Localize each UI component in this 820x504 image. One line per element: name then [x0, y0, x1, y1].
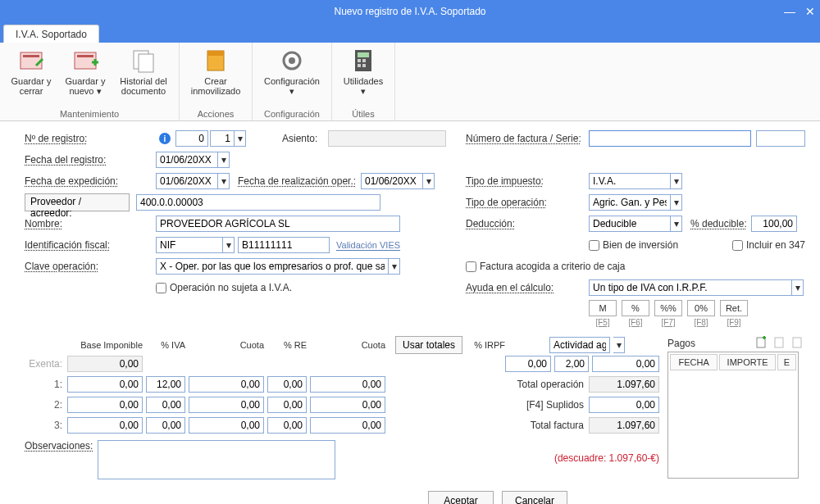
calendar-dropdown-icon[interactable]: ▾	[218, 152, 230, 168]
num-factura-field[interactable]	[589, 130, 751, 147]
calendar-dropdown-icon[interactable]: ▾	[218, 173, 230, 189]
nombre-field[interactable]	[156, 216, 400, 232]
col-base: Base Imponible	[71, 340, 146, 350]
ribbon-configuracion[interactable]: Configuración ▾	[259, 46, 325, 98]
serie-field[interactable]	[756, 130, 805, 147]
dropdown-icon[interactable]: ▾	[223, 237, 235, 253]
label-pct-deducible: % deducible:	[690, 218, 751, 229]
dropdown-icon[interactable]: ▾	[235, 130, 246, 147]
bien-inversion-checkbox[interactable]: Bien de inversión	[589, 239, 678, 251]
actividad-agr-field[interactable]	[549, 337, 610, 353]
label-total-operacion: Total operación	[494, 379, 584, 390]
validacion-vies-link[interactable]: Validación VIES	[336, 240, 400, 250]
fecha-expedicion-field[interactable]	[156, 173, 218, 189]
proveedor-codigo-field[interactable]	[136, 194, 380, 211]
dropdown-icon[interactable]: ▾	[671, 216, 682, 232]
label-suplidos: [F4] Suplidos	[494, 399, 584, 411]
r1-base[interactable]	[67, 376, 143, 393]
dropdown-icon[interactable]: ▾	[671, 173, 682, 189]
proveedor-button[interactable]: Proveedor / acreedor:	[25, 193, 130, 211]
svg-rect-5	[139, 54, 153, 72]
r1-piva[interactable]	[146, 376, 185, 393]
label-num-factura: Número de factura / Serie:	[466, 133, 589, 144]
label-tipo-operacion: Tipo de operación:	[466, 197, 589, 208]
r1-cuota-re[interactable]	[310, 376, 385, 393]
ident-fiscal-tipo[interactable]	[156, 237, 223, 253]
hint-f9: [F9]	[720, 318, 748, 327]
calc-pct-button[interactable]: %	[622, 300, 649, 316]
usar-totales-button[interactable]: Usar totales	[395, 336, 462, 354]
incluir-347-checkbox[interactable]: Incluir en 347	[732, 239, 805, 251]
info-icon[interactable]: i	[159, 133, 171, 144]
suplidos-value[interactable]	[589, 397, 659, 413]
save-new-icon	[72, 48, 98, 74]
calc-m-button[interactable]: M	[589, 300, 617, 316]
num-registro-a[interactable]	[175, 130, 208, 147]
svg-rect-7	[207, 51, 224, 56]
r3-cuota-re[interactable]	[310, 417, 385, 434]
col-cuota-iva: Cuota	[192, 340, 267, 350]
factura-caja-checkbox[interactable]: Factura acogida a criterio de caja	[466, 261, 625, 272]
close-icon[interactable]: ✕	[805, 5, 815, 18]
label-deduccion: Deducción:	[466, 218, 589, 229]
calc-pctpct-button[interactable]: %%	[654, 300, 682, 316]
num-registro-b[interactable]	[210, 130, 235, 147]
cancelar-button[interactable]: Cancelar	[502, 491, 567, 504]
calc-ret-button[interactable]: Ret.	[720, 300, 748, 316]
r1-pre[interactable]	[267, 376, 307, 393]
minimize-icon[interactable]: —	[784, 5, 795, 18]
r2-base[interactable]	[67, 397, 143, 413]
op-no-sujeta-checkbox[interactable]: Operación no sujeta a I.V.A.	[156, 282, 292, 293]
calc-0pct-button[interactable]: 0%	[687, 300, 715, 316]
save-close-icon	[18, 48, 44, 74]
ayuda-calculo-field[interactable]	[589, 279, 792, 296]
row-2-label: 2:	[25, 399, 67, 411]
ribbon-guardar-nuevo[interactable]: Guardar y nuevo ▾	[61, 46, 110, 98]
irpf-base[interactable]	[505, 356, 551, 372]
ribbon-crear-inmovilizado[interactable]: Crear inmovilizado	[186, 46, 245, 98]
irpf-cuota[interactable]	[592, 356, 659, 372]
fecha-real-oper-field[interactable]	[361, 173, 423, 189]
calendar-dropdown-icon[interactable]: ▾	[423, 173, 435, 189]
ident-fiscal-num[interactable]	[238, 237, 330, 253]
r2-piva[interactable]	[146, 397, 185, 413]
r2-cuota-iva[interactable]	[189, 397, 264, 413]
title-bar: Nuevo registro de I.V.A. Soportado — ✕	[0, 0, 820, 23]
deduccion-field[interactable]	[589, 216, 671, 232]
irpf-pct[interactable]	[554, 356, 589, 372]
ribbon-guardar-cerrar[interactable]: Guardar y cerrar	[7, 46, 56, 98]
descuadre-text: (descuadre: 1.097,60-€)	[495, 452, 659, 464]
svg-rect-13	[362, 59, 366, 62]
tipo-operacion-field[interactable]	[589, 194, 671, 211]
tipo-impuesto-field[interactable]	[589, 173, 671, 189]
aceptar-button[interactable]: Aceptar	[428, 491, 494, 504]
page-icon-2[interactable]	[790, 335, 805, 350]
total-operacion-value	[589, 376, 659, 393]
dropdown-icon[interactable]: ▾	[792, 279, 804, 296]
hint-f7: [F7]	[654, 318, 682, 327]
dropdown-icon[interactable]: ▾	[671, 194, 682, 211]
label-fecha-registro: Fecha del registro:	[25, 154, 156, 166]
r3-cuota-iva[interactable]	[189, 417, 264, 434]
observaciones-field[interactable]	[98, 440, 335, 479]
r2-cuota-re[interactable]	[310, 397, 385, 413]
svg-point-9	[289, 57, 295, 64]
fecha-registro-field[interactable]	[156, 152, 218, 168]
dropdown-icon[interactable]: ▾	[613, 337, 625, 353]
r2-pre[interactable]	[267, 397, 307, 413]
r1-cuota-iva[interactable]	[189, 376, 264, 393]
clave-operacion-field[interactable]	[156, 258, 389, 275]
r3-base[interactable]	[67, 417, 143, 434]
pct-deducible-field[interactable]	[751, 216, 797, 232]
ribbon-utilidades[interactable]: Utilidades ▾	[339, 46, 388, 98]
ribbon-historial[interactable]: Historial del documento	[115, 46, 172, 98]
label-nombre: Nombre:	[25, 218, 156, 229]
ribbon-group-acciones: Acciones	[198, 107, 235, 119]
tab-iva-soportado[interactable]: I.V.A. Soportado	[3, 25, 99, 43]
dropdown-icon[interactable]: ▾	[389, 258, 400, 275]
add-page-icon[interactable]	[754, 335, 769, 350]
r3-pre[interactable]	[267, 417, 307, 434]
r3-piva[interactable]	[146, 417, 185, 434]
page-icon[interactable]	[772, 335, 787, 350]
ribbon: Guardar y cerrar Guardar y nuevo ▾ Histo…	[0, 43, 820, 121]
